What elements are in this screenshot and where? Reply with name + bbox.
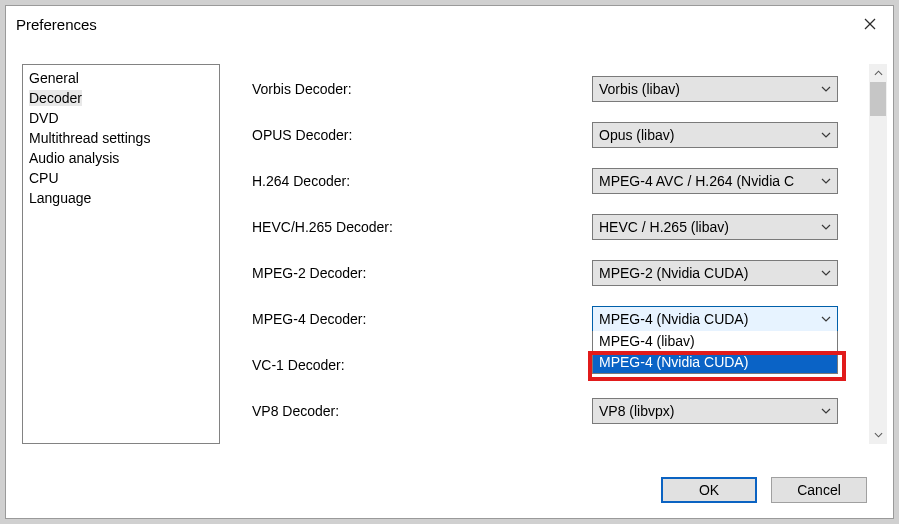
scroll-down-button[interactable]: [869, 426, 887, 444]
footer: OK Cancel: [6, 462, 893, 518]
sidebar-item-general[interactable]: General: [27, 68, 215, 88]
row-vp8: VP8 Decoder: VP8 (libvpx): [252, 388, 859, 434]
combo-hevc[interactable]: HEVC / H.265 (libav): [592, 214, 838, 240]
chevron-down-icon: [874, 432, 883, 438]
chevron-down-icon: [821, 178, 831, 184]
chevron-down-icon: [821, 224, 831, 230]
combo-value: Opus (libav): [599, 127, 674, 143]
close-icon: [864, 18, 876, 30]
scroll-up-button[interactable]: [869, 64, 887, 82]
sidebar-item-decoder[interactable]: Decoder: [27, 88, 215, 108]
row-opus: OPUS Decoder: Opus (libav): [252, 112, 859, 158]
sidebar-item-audio-analysis[interactable]: Audio analysis: [27, 148, 215, 168]
chevron-up-icon: [874, 70, 883, 76]
close-button[interactable]: [847, 8, 893, 40]
scrollbar[interactable]: [869, 64, 887, 444]
combo-value: VP8 (libvpx): [599, 403, 674, 419]
sidebar-item-cpu[interactable]: CPU: [27, 168, 215, 188]
label-vp8: VP8 Decoder:: [252, 403, 592, 419]
chevron-down-icon: [821, 86, 831, 92]
combo-value: MPEG-4 AVC / H.264 (Nvidia C: [599, 173, 794, 189]
label-mpeg2: MPEG-2 Decoder:: [252, 265, 592, 281]
body: General Decoder DVD Multithread settings…: [6, 42, 893, 462]
combo-value: MPEG-4 (Nvidia CUDA): [599, 311, 748, 327]
preferences-window: Preferences General Decoder DVD Multithr…: [5, 5, 894, 519]
sidebar-item-language[interactable]: Language: [27, 188, 215, 208]
sidebar: General Decoder DVD Multithread settings…: [22, 64, 220, 444]
combo-h264[interactable]: MPEG-4 AVC / H.264 (Nvidia C: [592, 168, 838, 194]
label-vorbis: Vorbis Decoder:: [252, 81, 592, 97]
combo-value: HEVC / H.265 (libav): [599, 219, 729, 235]
chevron-down-icon: [821, 270, 831, 276]
row-h264: H.264 Decoder: MPEG-4 AVC / H.264 (Nvidi…: [252, 158, 859, 204]
combo-mpeg4-stack: MPEG-4 (Nvidia CUDA) MPEG-4 (libav) MPEG…: [592, 306, 838, 332]
dropdown-option-libav[interactable]: MPEG-4 (libav): [593, 331, 837, 352]
ok-button[interactable]: OK: [661, 477, 757, 503]
combo-value: MPEG-2 (Nvidia CUDA): [599, 265, 748, 281]
sidebar-item-dvd[interactable]: DVD: [27, 108, 215, 128]
sidebar-item-multithread[interactable]: Multithread settings: [27, 128, 215, 148]
label-opus: OPUS Decoder:: [252, 127, 592, 143]
dropdown-option-nvidia-cuda[interactable]: MPEG-4 (Nvidia CUDA): [593, 352, 837, 373]
titlebar: Preferences: [6, 6, 893, 42]
chevron-down-icon: [821, 408, 831, 414]
combo-mpeg2[interactable]: MPEG-2 (Nvidia CUDA): [592, 260, 838, 286]
window-title: Preferences: [16, 16, 97, 33]
combo-opus[interactable]: Opus (libav): [592, 122, 838, 148]
dropdown-mpeg4: MPEG-4 (libav) MPEG-4 (Nvidia CUDA): [592, 331, 838, 374]
row-vorbis: Vorbis Decoder: Vorbis (libav): [252, 66, 859, 112]
combo-mpeg4[interactable]: MPEG-4 (Nvidia CUDA): [592, 306, 838, 332]
row-mpeg2: MPEG-2 Decoder: MPEG-2 (Nvidia CUDA): [252, 250, 859, 296]
combo-vorbis[interactable]: Vorbis (libav): [592, 76, 838, 102]
chevron-down-icon: [821, 316, 831, 322]
settings-panel: Vorbis Decoder: Vorbis (libav) OPUS Deco…: [220, 42, 869, 462]
label-vc1: VC-1 Decoder:: [252, 357, 592, 373]
label-hevc: HEVC/H.265 Decoder:: [252, 219, 592, 235]
cancel-button[interactable]: Cancel: [771, 477, 867, 503]
combo-vp8[interactable]: VP8 (libvpx): [592, 398, 838, 424]
center-wrap: Vorbis Decoder: Vorbis (libav) OPUS Deco…: [220, 42, 887, 462]
scroll-thumb[interactable]: [870, 82, 886, 116]
combo-value: Vorbis (libav): [599, 81, 680, 97]
label-h264: H.264 Decoder:: [252, 173, 592, 189]
chevron-down-icon: [821, 132, 831, 138]
label-mpeg4: MPEG-4 Decoder:: [252, 311, 592, 327]
row-mpeg4: MPEG-4 Decoder: MPEG-4 (Nvidia CUDA) MPE…: [252, 296, 859, 342]
row-hevc: HEVC/H.265 Decoder: HEVC / H.265 (libav): [252, 204, 859, 250]
